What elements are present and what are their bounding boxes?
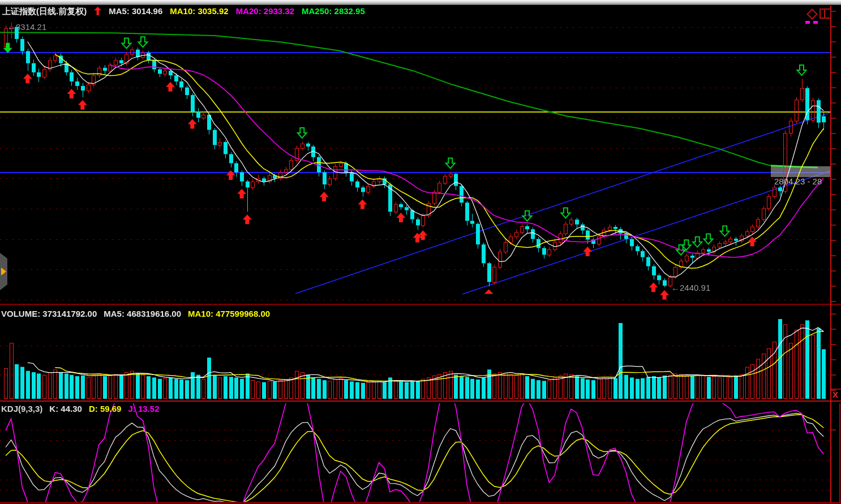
magenta-marker-icon-1[interactable] [805,21,810,24]
kdj-j-value: J: 13.52 [128,404,159,413]
instrument-title: 上证指数(日线.前复权) [2,6,87,16]
side-panel-expand-tab[interactable] [0,253,7,290]
chart-canvas[interactable] [0,0,841,504]
high-price-label: ←3314.21 [7,22,46,32]
kdj-k-value: K: 44.30 [49,404,82,413]
volume-header: VOLUME: 373141792.00 MA5: 468319616.00 M… [1,309,270,318]
kdj-d-value: D: 59.69 [89,404,122,413]
ma250-value: MA250: 2832.95 [302,6,365,16]
window-top-strip [0,0,841,5]
low-price-label: ←2440.91 [671,283,710,292]
close-pane-button[interactable]: X [833,390,838,399]
expand-arrow-icon [1,268,6,275]
volume-ma10-value: MA10: 477599968.00 [188,309,270,318]
ma5-value: MA5: 3014.96 [109,6,162,16]
range-box-label: 2804.23 - 28 [774,176,822,186]
magenta-marker-icon-2[interactable] [813,21,818,24]
up-arrow-icon [94,7,101,15]
ma10-value: MA10: 3035.92 [170,6,228,16]
ma20-value: MA20: 2933.32 [236,6,294,16]
trading-terminal: 上证指数(日线.前复权) MA5: 3014.96 MA10: 3035.92 … [0,0,841,504]
main-chart-header: 上证指数(日线.前复权) MA5: 3014.96 MA10: 3035.92 … [2,6,365,16]
split-window-divider [824,10,825,18]
volume-ma5-value: MA5: 468319616.00 [104,309,181,318]
kdj-name: KDJ(9,3,3) [1,404,42,413]
kdj-header: KDJ(9,3,3) K: 44.30 D: 59.69 J: 13.52 [1,404,160,413]
split-window-icon[interactable] [819,8,831,19]
volume-value: VOLUME: 373141792.00 [1,309,97,318]
